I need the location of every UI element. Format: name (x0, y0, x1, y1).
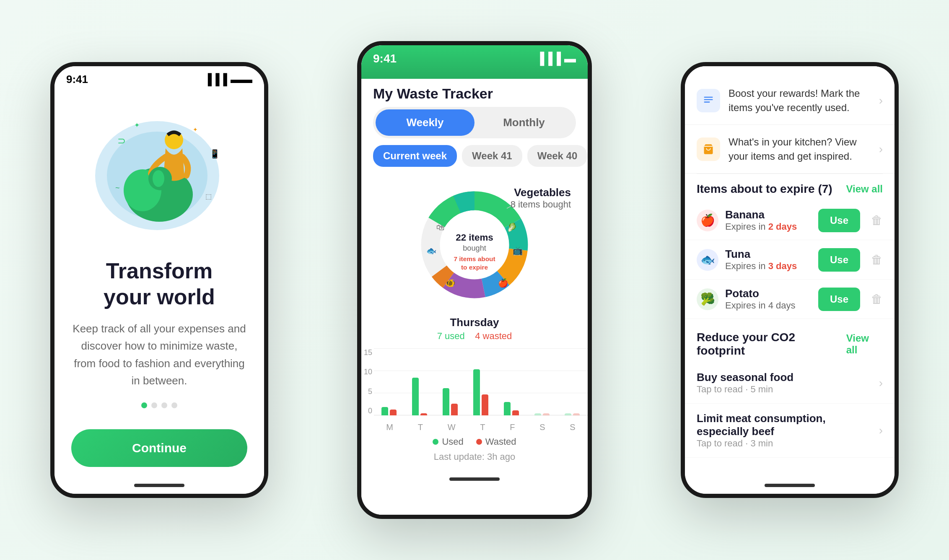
co2-title: Reduce your CO2 footprint (697, 331, 846, 358)
signal-icon-mid: ▐▐▐ (536, 52, 561, 65)
tab-current-week[interactable]: Current week (373, 145, 457, 167)
y-label-10: 10 (364, 368, 372, 376)
x-label-t1: T (418, 423, 423, 432)
delete-icon-potato[interactable]: 🗑 (871, 292, 883, 306)
svg-text:✦: ✦ (193, 126, 198, 133)
delete-icon-tuna[interactable]: 🗑 (871, 253, 883, 267)
potato-icon: 🥦 (697, 288, 718, 310)
status-icons-middle: ▐▐▐ ▬ (536, 52, 576, 65)
legend-dot-used (433, 439, 438, 445)
use-button-banana[interactable]: Use (818, 209, 860, 232)
legend-dot-wasted (476, 439, 482, 445)
phones-container: 9:41 ▐▐▐ ▬▬ (0, 0, 949, 560)
use-button-tuna[interactable]: Use (818, 248, 860, 272)
status-bar-left: 9:41 ▐▐▐ ▬▬ (54, 66, 264, 89)
svg-text:⬚: ⬚ (205, 193, 212, 200)
svg-text:7 items about: 7 items about (454, 255, 495, 262)
bar-group-s1 (534, 413, 550, 415)
svg-text:to expire: to expire (461, 264, 488, 271)
chart-legend: Used Wasted (361, 436, 588, 447)
banana-icon: 🍎 (697, 210, 718, 231)
banana-text: Banana Expires in 2 days (725, 208, 812, 232)
list-icon (697, 89, 720, 112)
signal-icon: ▐▐▐ (204, 73, 227, 86)
co2-item-meat[interactable]: Limit meat consumption,especially beef T… (685, 404, 895, 458)
tracker-title: My Waste Tracker (361, 79, 588, 107)
left-text-area: Transform your world Keep track of all y… (54, 249, 264, 429)
svg-rect-34 (704, 101, 710, 102)
expiry-item-banana: 🍎 Banana Expires in 2 days Use 🗑 (685, 201, 895, 240)
continue-button[interactable]: Continue (71, 429, 247, 467)
potato-text: Potato Expires in 4 days (725, 287, 812, 311)
use-button-potato[interactable]: Use (818, 288, 860, 311)
svg-text:⊃: ⊃ (117, 135, 126, 146)
svg-text:🥬: 🥬 (507, 222, 517, 232)
bar-t1-green (412, 378, 419, 415)
dot-1 (141, 402, 147, 408)
bar-group-w (443, 388, 458, 415)
y-label-5: 5 (368, 387, 372, 396)
svg-rect-33 (704, 99, 713, 100)
svg-text:🍎: 🍎 (498, 278, 508, 288)
bar-group-s2 (565, 413, 580, 415)
svg-text:🛍: 🛍 (436, 223, 445, 232)
notification-kitchen[interactable]: What's in your kitchen? View your items … (685, 125, 895, 174)
last-update: Last update: 3h ago (361, 451, 588, 462)
dot-2 (151, 402, 157, 408)
bar-group-t2 (473, 369, 488, 415)
expiry-item-potato: 🥦 Potato Expires in 4 days Use 🗑 (685, 280, 895, 319)
time-left: 9:41 (66, 73, 88, 86)
co2-item-seasonal[interactable]: Buy seasonal food Tap to read · 5 min › (685, 363, 895, 404)
illustration-area: ⊃ 📱 ~ ⬚ ✦ ✦ (54, 89, 264, 249)
bar-m-green (381, 407, 388, 415)
co2-view-all[interactable]: View all (846, 332, 883, 356)
y-label-15: 15 (364, 348, 372, 357)
svg-text:📱: 📱 (210, 149, 220, 159)
tab-week40[interactable]: Week 40 (527, 145, 588, 167)
co2-meat-text: Limit meat consumption,especially beef T… (697, 412, 879, 449)
x-label-t2: T (480, 423, 485, 432)
delete-icon-banana[interactable]: 🗑 (871, 213, 883, 227)
weekly-toggle: Weekly Monthly (373, 107, 576, 138)
sub-text: Keep track of all your expenses and disc… (71, 320, 247, 390)
legend-used: Used (433, 436, 463, 447)
expiry-view-all[interactable]: View all (846, 183, 883, 195)
bar-t2-red (482, 394, 488, 415)
expiry-section-header: Items about to expire (7) View all (685, 174, 895, 201)
y-label-0: 0 (368, 407, 372, 415)
illustration-svg: ⊃ 📱 ~ ⬚ ✦ ✦ (92, 106, 226, 232)
bar-chart: 15 10 5 0 (361, 348, 588, 432)
week-tabs: Current week Week 41 Week 40 We... (361, 145, 588, 174)
x-label-s1: S (539, 423, 545, 432)
phone-middle: 9:41 ▐▐▐ ▬ My Waste Tracker Weekly Month… (357, 41, 592, 519)
time-middle: 9:41 (373, 52, 397, 65)
middle-header: 9:41 ▐▐▐ ▬ (361, 45, 588, 79)
used-count: 7 used (437, 331, 465, 341)
bar-s2-red (573, 413, 580, 415)
notification-mark-used[interactable]: Boost your rewards! Mark the items you'v… (685, 76, 895, 125)
x-label-w: W (448, 423, 456, 432)
svg-text:🐟: 🐟 (426, 246, 437, 256)
bar-t2-green (473, 369, 480, 415)
bar-chart-subtitle: 7 used 4 wasted (361, 331, 588, 342)
bar-chart-title: Thursday (361, 316, 588, 329)
phone-left: 9:41 ▐▐▐ ▬▬ (50, 62, 268, 498)
svg-text:~: ~ (115, 184, 120, 192)
svg-text:🐠: 🐠 (445, 278, 456, 288)
bar-group-m (381, 407, 397, 415)
expiry-title: Items about to expire (7) (697, 182, 832, 196)
chevron-right-icon-1: › (879, 94, 883, 107)
dot-3 (161, 402, 167, 408)
status-bar-right (685, 66, 895, 76)
legend-wasted: Wasted (476, 436, 516, 447)
bar-group-t1 (412, 378, 427, 415)
co2-section-header: Reduce your CO2 footprint View all (685, 322, 895, 363)
chevron-right-icon-seasonal: › (879, 376, 883, 390)
toggle-weekly[interactable]: Weekly (376, 109, 474, 136)
x-axis: M T W T F S S (374, 423, 588, 432)
bar-f-red (512, 410, 519, 415)
toggle-monthly[interactable]: Monthly (474, 109, 573, 136)
tab-week41[interactable]: Week 41 (462, 145, 522, 167)
bar-m-red (390, 410, 397, 415)
svg-rect-32 (704, 96, 713, 97)
